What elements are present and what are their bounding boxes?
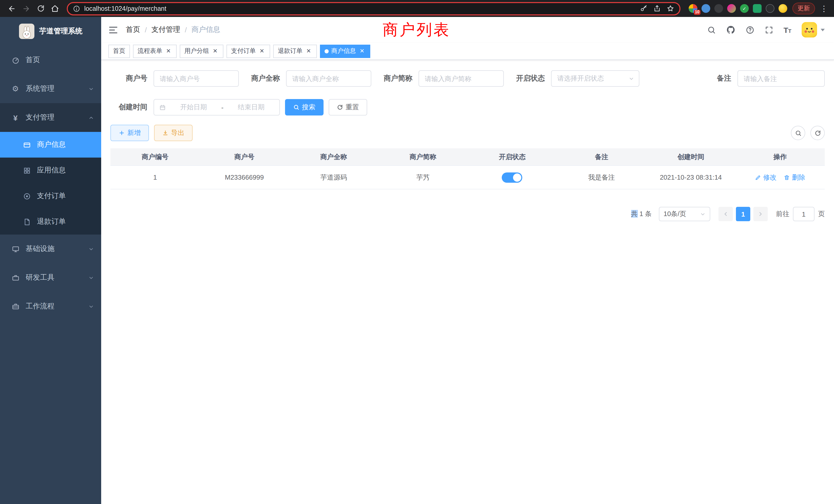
sidebar-menu: 首页 ⚙ 系统管理 ¥ 支付管理: [0, 46, 101, 321]
extension-icon-7[interactable]: [766, 4, 774, 13]
tab-merchant-info[interactable]: 商户信息 ✕: [320, 44, 370, 58]
search-icon[interactable]: [707, 25, 716, 34]
tab-label: 流程表单: [138, 47, 162, 55]
sidebar-item-dev-tools[interactable]: 研发工具: [0, 263, 101, 292]
remark-input[interactable]: [738, 70, 825, 87]
close-icon[interactable]: ✕: [212, 47, 219, 55]
page-content: 商户号 商户全称 商户简称 开启状态 请选择开启状态: [101, 60, 834, 504]
sidebar-item-payment[interactable]: ¥ 支付管理: [0, 103, 101, 132]
sidebar-item-system[interactable]: ⚙ 系统管理: [0, 74, 101, 103]
add-button-label: 新增: [127, 128, 141, 138]
browser-forward-icon[interactable]: [20, 2, 33, 15]
page-number-button[interactable]: 1: [736, 207, 750, 221]
extension-icon-2[interactable]: [702, 4, 710, 13]
share-icon[interactable]: [653, 5, 661, 12]
help-icon[interactable]: [745, 25, 754, 34]
prev-page-button[interactable]: [719, 207, 733, 221]
export-button[interactable]: 导出: [154, 125, 193, 141]
select-placeholder: 请选择开启状态: [557, 74, 604, 83]
dashboard-icon: [10, 56, 21, 64]
sidebar-item-label: 首页: [26, 55, 40, 65]
github-icon[interactable]: [726, 25, 735, 35]
delete-link[interactable]: 删除: [784, 173, 805, 182]
close-icon[interactable]: ✕: [258, 47, 265, 55]
screen: localhost:1024/pay/merchant 10 ✓: [0, 0, 834, 504]
sidebar-item-workflow[interactable]: 工作流程: [0, 292, 101, 321]
page-size-select[interactable]: 10条/页: [659, 207, 710, 221]
refresh-table-icon[interactable]: [810, 126, 825, 140]
column-header: 操作: [736, 148, 825, 166]
logo-rabbit-icon: [19, 24, 34, 39]
filter-merchant-short: 商户简称: [383, 70, 504, 87]
app-title: 芋道管理系统: [39, 27, 83, 36]
extension-icon-6[interactable]: [753, 4, 762, 13]
sidebar-item-home[interactable]: 首页: [0, 46, 101, 74]
column-header: 商户全称: [289, 148, 378, 166]
site-info-icon[interactable]: [73, 5, 80, 12]
merchant-name-input[interactable]: [286, 70, 371, 87]
address-bar[interactable]: localhost:1024/pay/merchant: [67, 2, 680, 15]
bookmark-star-icon[interactable]: [666, 5, 674, 12]
date-start-placeholder: 开始日期: [171, 102, 217, 112]
status-select[interactable]: 请选择开启状态: [551, 70, 639, 87]
cell-create-time: 2021-10-23 08:31:14: [646, 166, 736, 189]
browser-back-icon[interactable]: [5, 2, 19, 15]
sidebar-item-infrastructure[interactable]: 基础设施: [0, 234, 101, 263]
tab-home[interactable]: 首页: [108, 44, 130, 58]
close-icon[interactable]: ✕: [165, 47, 172, 55]
field-label: 商户简称: [383, 74, 412, 83]
tab-process-form[interactable]: 流程表单 ✕: [133, 44, 177, 58]
sidebar-item-app-info[interactable]: 应用信息: [0, 158, 101, 183]
close-icon[interactable]: ✕: [305, 47, 312, 55]
breadcrumb-home[interactable]: 首页: [126, 25, 140, 35]
browser-refresh-icon[interactable]: [34, 2, 47, 15]
merchant-no-input[interactable]: [154, 70, 239, 87]
tab-pay-order[interactable]: 支付订单 ✕: [226, 44, 270, 58]
extension-icon-3[interactable]: [714, 4, 723, 13]
calendar-icon: [159, 104, 166, 111]
fullscreen-icon[interactable]: [764, 25, 773, 34]
date-range-picker[interactable]: 开始日期 - 结束日期: [154, 99, 280, 115]
cell-merchant-no: M233666999: [200, 166, 289, 189]
goto-page-input[interactable]: [793, 207, 814, 221]
column-header: 开启状态: [467, 148, 557, 166]
filter-row-2: 创建时间 开始日期 - 结束日期 搜索 重置: [110, 99, 825, 115]
extension-icon-8[interactable]: [778, 4, 787, 13]
status-toggle[interactable]: [502, 172, 523, 182]
table-toolbar: 新增 导出: [110, 125, 825, 141]
reset-button[interactable]: 重置: [329, 99, 367, 115]
sidebar: 芋道管理系统 首页 ⚙ 系统管理: [0, 17, 101, 504]
font-size-icon[interactable]: TT: [784, 25, 791, 34]
browser-update-button[interactable]: 更新: [792, 3, 815, 14]
edit-link[interactable]: 修改: [755, 173, 776, 182]
merchant-short-input[interactable]: [419, 70, 504, 87]
browser-menu-icon[interactable]: ⋮: [820, 4, 828, 13]
tab-user-group[interactable]: 用户分组 ✕: [180, 44, 223, 58]
sidebar-item-label: 支付管理: [26, 113, 54, 122]
search-icon: [293, 104, 300, 110]
extension-icon-5[interactable]: ✓: [740, 4, 749, 13]
extension-icon-1[interactable]: 10: [689, 4, 697, 13]
pagination-total: 共 1 条: [631, 209, 652, 219]
close-icon[interactable]: ✕: [358, 47, 366, 55]
next-page-button[interactable]: [753, 207, 768, 221]
document-icon: [22, 218, 32, 226]
active-dot: [325, 49, 329, 53]
user-menu[interactable]: [802, 22, 825, 38]
password-key-icon[interactable]: [640, 5, 648, 12]
sidebar-logo[interactable]: 芋道管理系统: [0, 17, 101, 46]
hamburger-icon[interactable]: [108, 25, 118, 35]
sidebar-item-merchant-info[interactable]: 商户信息: [0, 132, 101, 158]
refresh-icon: [337, 104, 343, 110]
sidebar-item-refund-order[interactable]: 退款订单: [0, 209, 101, 234]
add-button[interactable]: 新增: [110, 125, 149, 141]
breadcrumb-section[interactable]: 支付管理: [152, 25, 180, 35]
toggle-search-icon[interactable]: [791, 126, 805, 140]
search-button[interactable]: 搜索: [285, 99, 324, 115]
browser-home-icon[interactable]: [48, 2, 62, 15]
extension-icon-4[interactable]: [727, 4, 736, 13]
tab-refund-order[interactable]: 退款订单 ✕: [273, 44, 317, 58]
sidebar-item-label: 研发工具: [26, 273, 54, 282]
sidebar-item-pay-order[interactable]: 支付订单: [0, 183, 101, 209]
breadcrumb: 首页 / 支付管理 / 商户信息: [126, 25, 220, 35]
